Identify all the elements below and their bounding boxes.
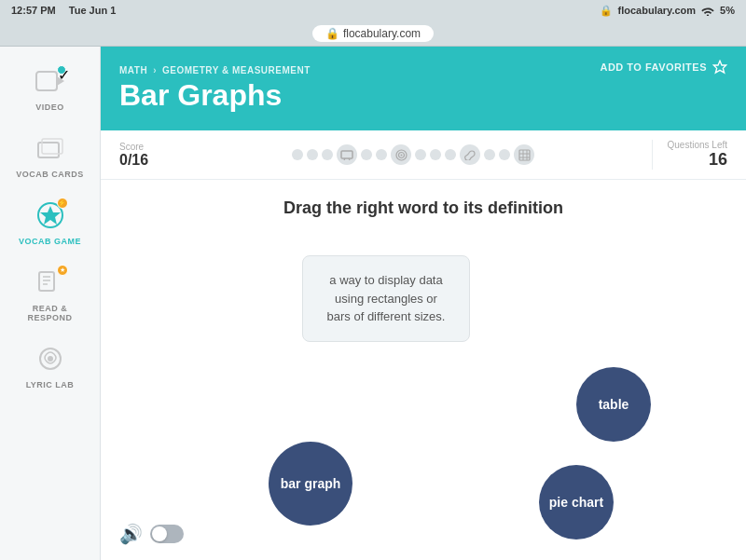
progress-dot-icon-4	[514, 144, 534, 165]
add-to-favorites-button[interactable]: ADD TO FAVORITES	[600, 60, 727, 75]
battery: 5%	[720, 5, 735, 16]
sidebar-item-label-read-respond: READ & RESPOND	[14, 304, 87, 322]
score-value: 0/16	[119, 152, 148, 169]
page-title: Bar Graphs	[119, 79, 727, 112]
word-label-table: table	[599, 397, 629, 412]
star-badge: ★	[57, 265, 68, 276]
toggle-knob	[152, 526, 167, 541]
app-container: ✓ VIDEO VOCAB CARDS ⚡ VOCAB	[0, 47, 746, 560]
score-bar: Score 0/16	[101, 130, 746, 180]
date: Tue Jun 1	[69, 5, 117, 16]
drag-zone: a way to display data using rectangles o…	[119, 237, 727, 541]
sidebar-item-video[interactable]: ✓ VIDEO	[8, 56, 92, 119]
word-circle-pie-chart[interactable]: pie chart	[539, 465, 614, 540]
sidebar-item-vocab-game[interactable]: ⚡ VOCAB GAME	[8, 190, 92, 253]
lock-small-icon: 🔒	[325, 27, 339, 40]
sidebar-item-lyric-lab[interactable]: LYRIC LAB	[8, 334, 92, 397]
svg-marker-6	[40, 206, 61, 225]
lyric-lab-icon	[35, 345, 66, 373]
url-bar: 🔒 flocabulary.com	[0, 20, 746, 47]
star-icon	[712, 60, 727, 75]
vocab-game-icon-container: ⚡	[31, 198, 70, 233]
progress-dot-3	[322, 149, 333, 160]
wifi-icon	[701, 6, 714, 16]
sound-toggle: 🔊	[119, 523, 184, 545]
word-circle-bar-graph[interactable]: bar graph	[269, 442, 352, 526]
vocab-cards-icon	[35, 135, 66, 161]
sound-toggle-switch[interactable]	[150, 525, 184, 543]
progress-dot-5	[376, 149, 387, 160]
word-label-pie-chart: pie chart	[549, 495, 603, 510]
sidebar-item-label-vocab-cards: VOCAB CARDS	[16, 170, 84, 179]
svg-point-19	[400, 154, 402, 156]
questions-left-value: 16	[709, 150, 727, 170]
sound-icon: 🔊	[119, 523, 143, 545]
svg-point-0	[707, 14, 709, 15]
sidebar-item-label-video: VIDEO	[35, 102, 64, 112]
progress-dot-9	[484, 149, 495, 160]
progress-dot-icon-2	[391, 144, 411, 165]
definition-text: a way to display data using rectangles o…	[327, 273, 446, 323]
progress-dot-icon-3	[460, 144, 480, 165]
svg-point-12	[48, 356, 53, 362]
lyric-lab-icon-container	[31, 341, 70, 376]
vocab-cards-icon-container	[31, 130, 70, 166]
read-respond-icon-container: ★	[31, 265, 70, 300]
progress-dot-1	[292, 149, 303, 160]
url: flocabulary.com	[618, 5, 697, 16]
progress-dot-10	[499, 149, 510, 160]
word-circle-table[interactable]: table	[576, 367, 651, 442]
game-area: Drag the right word to its definition a …	[101, 180, 746, 560]
definition-box: a way to display data using rectangles o…	[302, 255, 470, 342]
progress-dots	[186, 144, 641, 165]
progress-dot-icon-1	[337, 144, 357, 165]
svg-rect-1	[36, 72, 57, 90]
url-text: flocabulary.com	[343, 27, 421, 40]
sidebar-item-label-vocab-game: VOCAB GAME	[19, 237, 81, 246]
bolt-badge: ⚡	[57, 198, 68, 209]
progress-dot-7	[430, 149, 441, 160]
questions-left-label: Questions Left	[668, 140, 727, 150]
game-instruction: Drag the right word to its definition	[283, 198, 563, 218]
score-label: Score	[119, 142, 144, 152]
svg-rect-20	[519, 150, 530, 160]
svg-rect-14	[341, 151, 352, 158]
breadcrumb-current: GEOMETRY & MEASUREMENT	[162, 65, 311, 75]
breadcrumb-parent: MATH	[119, 65, 147, 75]
progress-dot-6	[415, 149, 426, 160]
header: MATH › GEOMETRY & MEASUREMENT Bar Graphs…	[101, 47, 746, 130]
check-badge: ✓	[57, 65, 66, 75]
svg-marker-13	[713, 61, 725, 73]
video-icon-container: ✓	[31, 63, 70, 99]
word-label-bar-graph: bar graph	[281, 476, 341, 491]
sidebar-item-label-lyric-lab: LYRIC LAB	[26, 380, 75, 389]
progress-dot-4	[361, 149, 372, 160]
questions-left-section: Questions Left 16	[652, 140, 727, 170]
breadcrumb-separator: ›	[153, 65, 157, 75]
main-content: MATH › GEOMETRY & MEASUREMENT Bar Graphs…	[101, 47, 746, 560]
lock-icon: 🔒	[600, 5, 613, 17]
svg-rect-7	[39, 272, 54, 291]
status-bar: 12:57 PM Tue Jun 1 🔒 flocabulary.com 5%	[0, 0, 746, 20]
progress-dot-8	[445, 149, 456, 160]
sidebar: ✓ VIDEO VOCAB CARDS ⚡ VOCAB	[0, 47, 101, 560]
favorites-label: ADD TO FAVORITES	[600, 61, 707, 73]
sidebar-item-vocab-cards[interactable]: VOCAB CARDS	[8, 123, 92, 186]
time: 12:57 PM	[11, 5, 56, 16]
progress-dot-2	[307, 149, 318, 160]
score-section: Score 0/16	[119, 142, 175, 169]
sidebar-item-read-respond[interactable]: ★ READ & RESPOND	[8, 257, 92, 330]
